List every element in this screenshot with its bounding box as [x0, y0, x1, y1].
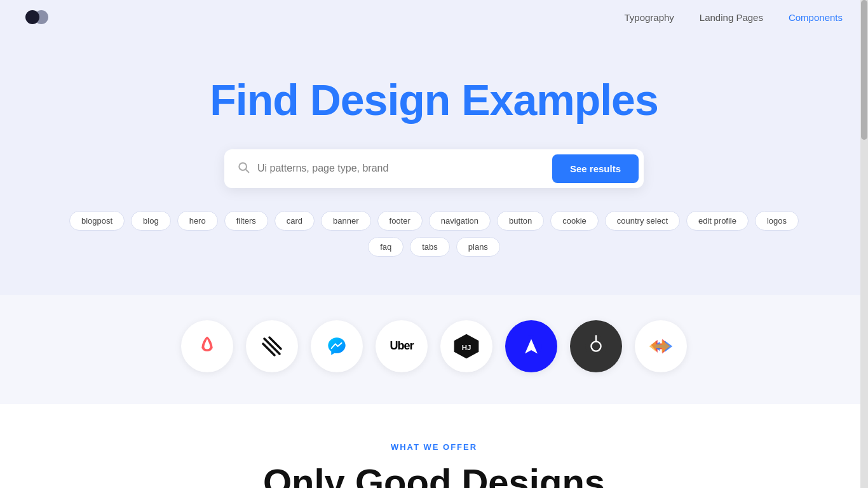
- tag-blogpost[interactable]: blogpost: [69, 211, 125, 231]
- tag-cookie[interactable]: cookie: [550, 211, 599, 231]
- offer-label: WHAT WE OFFER: [25, 442, 843, 452]
- nav-links: Typography Landing Pages Components: [624, 12, 843, 23]
- tag-banner[interactable]: banner: [321, 211, 370, 231]
- brand-houzz[interactable]: [246, 320, 298, 372]
- svg-line-1: [246, 170, 249, 173]
- logo[interactable]: [25, 10, 48, 24]
- brand-gps[interactable]: [505, 320, 557, 372]
- brand-airbnb[interactable]: [181, 320, 233, 372]
- svg-text:HJ: HJ: [462, 343, 471, 351]
- navbar: Typography Landing Pages Components: [0, 0, 868, 34]
- svg-line-3: [269, 337, 281, 349]
- nav-components[interactable]: Components: [789, 12, 843, 23]
- tag-faq[interactable]: faq: [368, 237, 403, 257]
- offer-section: WHAT WE OFFER Only Good Designs Finding …: [0, 404, 868, 488]
- tag-blog[interactable]: blog: [131, 211, 171, 231]
- tags-container: blogpostblogherofilterscardbannerfootern…: [25, 211, 843, 257]
- tag-button[interactable]: button: [497, 211, 544, 231]
- search-icon: [237, 161, 250, 177]
- brands-section: Uber HJ: [0, 295, 868, 404]
- tag-logos[interactable]: logos: [755, 211, 799, 231]
- hero-title: Find Design Examples: [25, 76, 843, 124]
- search-box: See results: [224, 149, 644, 188]
- nav-typography[interactable]: Typography: [624, 12, 674, 23]
- brand-uber[interactable]: Uber: [376, 320, 428, 372]
- tag-card[interactable]: card: [275, 211, 315, 231]
- tag-country-select[interactable]: country select: [605, 211, 680, 231]
- hero-section: Find Design Examples See results blogpos…: [0, 0, 868, 295]
- nav-landing-pages[interactable]: Landing Pages: [700, 12, 763, 23]
- offer-title: Only Good Designs: [25, 461, 843, 488]
- scrollbar-track[interactable]: [860, 0, 868, 488]
- svg-line-4: [263, 344, 275, 355]
- tag-navigation[interactable]: navigation: [429, 211, 491, 231]
- tag-tabs[interactable]: tabs: [410, 237, 450, 257]
- search-container: See results: [25, 149, 843, 188]
- tag-filters[interactable]: filters: [224, 211, 268, 231]
- tag-hero[interactable]: hero: [177, 211, 218, 231]
- uber-logo-text: Uber: [390, 339, 413, 353]
- brand-toggl[interactable]: [570, 320, 622, 372]
- tag-plans[interactable]: plans: [456, 237, 500, 257]
- brand-glide[interactable]: [635, 320, 687, 372]
- brand-messenger[interactable]: [311, 320, 363, 372]
- logo-dark-circle: [25, 10, 39, 24]
- search-button[interactable]: See results: [552, 154, 639, 183]
- search-input[interactable]: [257, 163, 552, 174]
- tag-edit-profile[interactable]: edit profile: [686, 211, 749, 231]
- brand-hashicorp[interactable]: HJ: [440, 320, 492, 372]
- tag-footer[interactable]: footer: [377, 211, 423, 231]
